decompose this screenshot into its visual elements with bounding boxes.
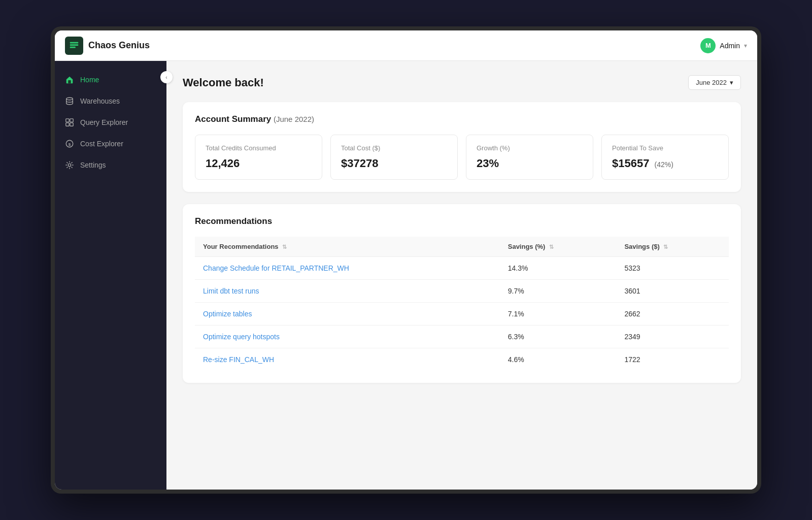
device-frame: Chaos Genius M Admin ▾ ‹ (51, 26, 761, 494)
sidebar: ‹ Home (55, 61, 166, 490)
logo-area: Chaos Genius (65, 37, 150, 55)
summary-card-0-value: 12,426 (206, 157, 312, 170)
account-summary-title: Account Summary (June 2022) (195, 114, 729, 124)
sidebar-item-warehouses[interactable]: Warehouses (55, 90, 166, 112)
col-header-savings-pct: Savings (%) ⇅ (500, 237, 617, 257)
rec-savings-dollar-0: 5323 (616, 257, 729, 280)
date-picker[interactable]: June 2022 ▾ (688, 75, 741, 90)
svg-rect-5 (66, 119, 69, 122)
page-header: Welcome back! June 2022 ▾ (183, 75, 741, 90)
warehouses-icon (65, 96, 74, 106)
sidebar-collapse-button[interactable]: ‹ (160, 71, 173, 83)
recommendations-table: Your Recommendations ⇅ Savings (%) ⇅ Sav… (195, 237, 729, 371)
svg-point-11 (68, 164, 71, 166)
date-picker-chevron: ▾ (730, 79, 733, 86)
summary-card-0-label: Total Credits Consumed (206, 144, 312, 152)
summary-card-2: Growth (%) 23% (466, 135, 593, 180)
home-icon (65, 75, 74, 84)
summary-card-3-suffix: (42%) (655, 160, 673, 169)
summary-card-1-value: $37278 (341, 157, 447, 170)
content-area: Welcome back! June 2022 ▾ Account Summar… (166, 61, 757, 490)
sidebar-item-home[interactable]: Home (55, 69, 166, 90)
sidebar-item-query-explorer-label: Query Explorer (80, 118, 128, 126)
top-bar: Chaos Genius M Admin ▾ (55, 30, 757, 61)
settings-icon (65, 160, 74, 170)
sidebar-item-warehouses-label: Warehouses (80, 97, 120, 105)
col-header-savings-dollar: Savings ($) ⇅ (616, 237, 729, 257)
rec-savings-dollar-2: 2662 (616, 303, 729, 326)
summary-card-2-label: Growth (%) (477, 144, 583, 152)
svg-rect-7 (66, 123, 69, 126)
cost-explorer-icon: $ (65, 139, 74, 148)
main-layout: ‹ Home (55, 61, 757, 490)
rec-name-4[interactable]: Re-size FIN_CAL_WH (195, 348, 500, 371)
summary-card-3: Potential To Save $15657 (42%) (601, 135, 729, 180)
table-row: Limit dbt test runs 9.7% 3601 (195, 280, 729, 303)
rec-savings-pct-4: 4.6% (500, 348, 617, 371)
rec-savings-pct-0: 14.3% (500, 257, 617, 280)
rec-savings-pct-2: 7.1% (500, 303, 617, 326)
user-avatar: M (700, 38, 716, 53)
admin-chevron[interactable]: ▾ (744, 42, 747, 49)
col-header-name: Your Recommendations ⇅ (195, 237, 500, 257)
rec-name-1[interactable]: Limit dbt test runs (195, 280, 500, 303)
app-name: Chaos Genius (88, 40, 150, 51)
top-bar-right: M Admin ▾ (700, 38, 747, 53)
summary-card-0: Total Credits Consumed 12,426 (195, 135, 322, 180)
sort-icon-savings-pct[interactable]: ⇅ (549, 244, 554, 250)
rec-savings-dollar-4: 1722 (616, 348, 729, 371)
sort-icon-savings-dollar[interactable]: ⇅ (663, 244, 668, 250)
date-picker-label: June 2022 (696, 79, 727, 86)
summary-card-2-value: 23% (477, 157, 583, 170)
summary-card-1: Total Cost ($) $37278 (330, 135, 458, 180)
svg-rect-1 (70, 44, 79, 46)
rec-name-0[interactable]: Change Schedule for RETAIL_PARTNER_WH (195, 257, 500, 280)
table-row: Re-size FIN_CAL_WH 4.6% 1722 (195, 348, 729, 371)
page-title: Welcome back! (183, 76, 264, 89)
recommendations-title: Recommendations (195, 216, 729, 226)
table-row: Change Schedule for RETAIL_PARTNER_WH 14… (195, 257, 729, 280)
svg-rect-8 (70, 123, 73, 126)
summary-cards-grid: Total Credits Consumed 12,426 Total Cost… (195, 135, 729, 180)
table-row: Optimize query hotspots 6.3% 2349 (195, 326, 729, 348)
logo-icon (65, 37, 83, 55)
table-row: Optimize tables 7.1% 2662 (195, 303, 729, 326)
sidebar-item-settings-label: Settings (80, 161, 106, 169)
rec-savings-pct-3: 6.3% (500, 326, 617, 348)
account-summary-card: Account Summary (June 2022) Total Credit… (183, 102, 741, 192)
summary-card-3-value: $15657 (42%) (612, 157, 718, 170)
account-summary-period: (June 2022) (274, 115, 314, 123)
device-inner: Chaos Genius M Admin ▾ ‹ (55, 30, 757, 490)
recommendations-card: Recommendations Your Recommendations ⇅ S… (183, 204, 741, 383)
svg-rect-6 (70, 119, 73, 122)
sort-icon-name[interactable]: ⇅ (282, 244, 287, 250)
rec-name-2[interactable]: Optimize tables (195, 303, 500, 326)
sidebar-item-home-label: Home (80, 76, 99, 84)
summary-card-1-label: Total Cost ($) (341, 144, 447, 152)
query-explorer-icon (65, 118, 74, 127)
summary-card-3-label: Potential To Save (612, 144, 718, 152)
rec-savings-dollar-3: 2349 (616, 326, 729, 348)
svg-rect-2 (70, 46, 76, 48)
rec-savings-dollar-1: 3601 (616, 280, 729, 303)
svg-rect-0 (70, 42, 79, 43)
sidebar-item-cost-explorer[interactable]: $ Cost Explorer (55, 133, 166, 154)
svg-text:$: $ (69, 142, 71, 147)
admin-label: Admin (720, 42, 740, 50)
rec-name-3[interactable]: Optimize query hotspots (195, 326, 500, 348)
sidebar-item-settings[interactable]: Settings (55, 154, 166, 176)
table-header-row: Your Recommendations ⇅ Savings (%) ⇅ Sav… (195, 237, 729, 257)
sidebar-item-query-explorer[interactable]: Query Explorer (55, 112, 166, 133)
rec-savings-pct-1: 9.7% (500, 280, 617, 303)
sidebar-item-cost-explorer-label: Cost Explorer (80, 140, 123, 148)
svg-point-4 (66, 98, 73, 100)
svg-rect-3 (68, 80, 71, 83)
